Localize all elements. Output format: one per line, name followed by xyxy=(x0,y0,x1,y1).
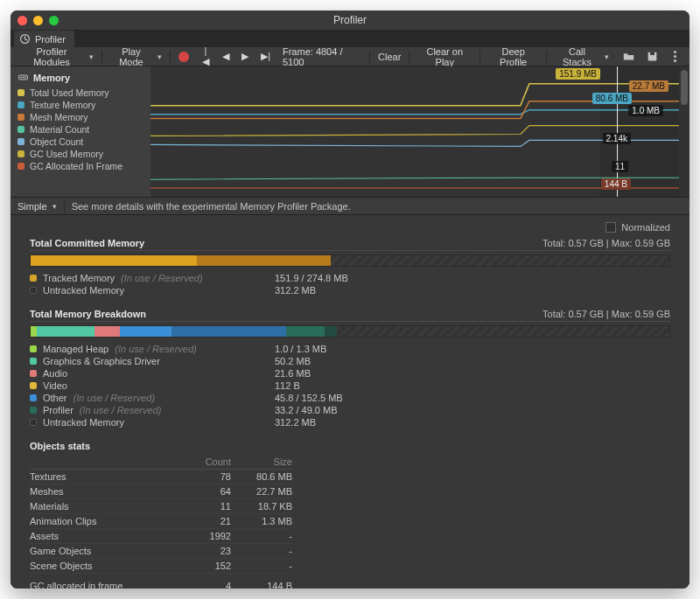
stat-label: Other xyxy=(43,393,67,403)
frame-label: Frame: 4804 / 5100 xyxy=(277,46,367,67)
chart-row: Memory Total Used MemoryTexture MemoryMe… xyxy=(10,66,690,198)
breakdown-section: Total Memory Breakdown Total: 0.57 GB | … xyxy=(30,309,670,428)
stat-dim: (In use / Reserved) xyxy=(74,393,156,403)
svg-rect-4 xyxy=(20,77,22,79)
stat-value: 21.6 MB xyxy=(275,368,311,379)
stat-row: Managed Heap (In use / Reserved)1.0 / 1.… xyxy=(30,343,670,355)
stat-swatch xyxy=(30,382,37,389)
record-icon xyxy=(178,52,189,62)
normalized-checkbox[interactable] xyxy=(606,222,616,233)
legend-item[interactable]: Material Count xyxy=(18,123,144,136)
stat-value: 1.0 / 1.3 MB xyxy=(275,344,326,354)
svg-rect-6 xyxy=(24,77,26,79)
play-mode-dropdown[interactable]: Play Mode xyxy=(105,45,167,69)
memory-icon xyxy=(18,72,29,83)
objects-title: Objects stats xyxy=(30,441,670,451)
committed-bar xyxy=(30,254,670,267)
stat-label: Untracked Memory xyxy=(43,417,124,428)
legend-panel: Memory Total Used MemoryTexture MemoryMe… xyxy=(10,66,150,197)
chart-scrollbar[interactable] xyxy=(679,66,690,197)
stat-swatch-empty xyxy=(30,419,37,426)
titlebar: Profiler xyxy=(10,10,690,30)
normalized-label: Normalized xyxy=(621,222,670,233)
stat-dim: (In use / Reserved) xyxy=(80,405,162,415)
committed-section: Total Committed Memory Total: 0.57 GB | … xyxy=(30,238,670,296)
menu-button[interactable] xyxy=(665,49,686,64)
next-frame-button[interactable]: ▶ xyxy=(236,49,254,64)
legend-item[interactable]: Texture Memory xyxy=(18,99,144,111)
legend-item[interactable]: Mesh Memory xyxy=(18,111,144,123)
legend-item[interactable]: Total Used Memory xyxy=(18,87,144,99)
table-row: Game Objects23- xyxy=(30,544,292,559)
kebab-icon xyxy=(670,51,681,62)
legend-swatch xyxy=(18,126,24,133)
profiler-modules-dropdown[interactable]: Profiler Modules xyxy=(14,45,99,69)
stat-swatch xyxy=(30,275,37,282)
load-button[interactable] xyxy=(618,49,640,64)
legend-label: Material Count xyxy=(30,124,89,135)
legend-label: Object Count xyxy=(30,136,83,147)
stat-value: 33.2 / 49.0 MB xyxy=(275,405,338,415)
timeline-chart[interactable]: 151.9 MB 22.7 MB 80.6 MB 1.0 MB 2.14k 11… xyxy=(150,66,679,197)
legend-label: GC Allocated In Frame xyxy=(30,161,122,171)
legend-title: Memory xyxy=(18,72,144,83)
tag-texture: 80.6 MB xyxy=(592,93,632,104)
stat-row: Tracked Memory (In use / Reserved)151.9 … xyxy=(30,272,670,284)
stat-row: Audio21.6 MB xyxy=(30,367,670,380)
record-button[interactable] xyxy=(173,50,194,64)
legend-item[interactable]: GC Used Memory xyxy=(18,148,144,160)
stat-value: 50.2 MB xyxy=(275,356,311,366)
stat-row: Video112 B xyxy=(30,380,670,392)
legend-item[interactable]: GC Allocated In Frame xyxy=(18,160,144,172)
stat-swatch xyxy=(30,358,37,365)
legend-label: GC Used Memory xyxy=(30,149,103,159)
clear-button[interactable]: Clear xyxy=(373,50,406,64)
objects-section: Objects stats Count Size Textures7880.6 … xyxy=(30,441,670,589)
table-row: Textures7880.6 MB xyxy=(30,470,292,484)
stat-value: 312.2 MB xyxy=(275,285,316,296)
stat-row: Untracked Memory312.2 MB xyxy=(30,284,670,296)
legend-item[interactable]: Object Count xyxy=(18,136,144,148)
stat-swatch-empty xyxy=(30,287,37,294)
legend-swatch xyxy=(18,114,24,121)
stat-value: 45.8 / 152.5 MB xyxy=(275,393,343,403)
view-mode-dropdown[interactable]: Simple xyxy=(10,199,65,213)
toolbar: Profiler Modules Play Mode |◀ ◀ ▶ ▶| Fra… xyxy=(10,47,690,66)
save-icon xyxy=(647,51,658,62)
chart-svg xyxy=(150,66,679,197)
tag-gcalloc: 144 B xyxy=(601,178,631,190)
prev-frame-button[interactable]: ◀ xyxy=(217,49,234,64)
stat-row: Profiler (In use / Reserved)33.2 / 49.0 … xyxy=(30,404,670,416)
folder-icon xyxy=(623,51,634,62)
window-title: Profiler xyxy=(10,14,690,26)
profiler-window: Profiler Profiler Profiler Modules Play … xyxy=(10,10,690,589)
tag-mesh: 22.7 MB xyxy=(629,80,668,92)
save-button[interactable] xyxy=(641,49,663,64)
tag-total: 151.9 MB xyxy=(556,68,600,80)
stat-value: 312.2 MB xyxy=(275,417,316,428)
legend-swatch xyxy=(18,101,24,108)
tab-label: Profiler xyxy=(35,34,66,45)
stat-row: Graphics & Graphics Driver50.2 MB xyxy=(30,355,670,367)
deep-profile-button[interactable]: Deep Profile xyxy=(483,45,543,69)
clear-on-play-button[interactable]: Clear on Play xyxy=(412,45,477,69)
committed-title: Total Committed Memory xyxy=(30,238,144,248)
svg-rect-2 xyxy=(650,52,654,55)
legend-label: Mesh Memory xyxy=(30,112,88,122)
objects-table: Count Size Textures7880.6 MBMeshes6422.7… xyxy=(30,455,292,589)
svg-rect-5 xyxy=(23,77,24,79)
detail-panel: Normalized Total Committed Memory Total:… xyxy=(10,215,690,589)
table-row: Animation Clips211.3 MB xyxy=(30,514,292,529)
first-frame-button[interactable]: |◀ xyxy=(196,44,215,69)
breakdown-bar xyxy=(30,325,670,338)
stat-row: Untracked Memory312.2 MB xyxy=(30,416,670,428)
stat-row: Other (In use / Reserved)45.8 / 152.5 MB xyxy=(30,392,670,404)
gc-row: GC allocated in frame 4 144 B xyxy=(30,579,292,589)
call-stacks-dropdown[interactable]: Call Stacks xyxy=(550,45,614,69)
last-frame-button[interactable]: ▶| xyxy=(256,49,276,64)
legend-swatch xyxy=(18,138,24,145)
table-row: Scene Objects152- xyxy=(30,559,292,574)
breakdown-title: Total Memory Breakdown xyxy=(30,309,146,319)
stat-swatch xyxy=(30,345,37,352)
tag-gcused: 1.0 MB xyxy=(628,105,663,116)
